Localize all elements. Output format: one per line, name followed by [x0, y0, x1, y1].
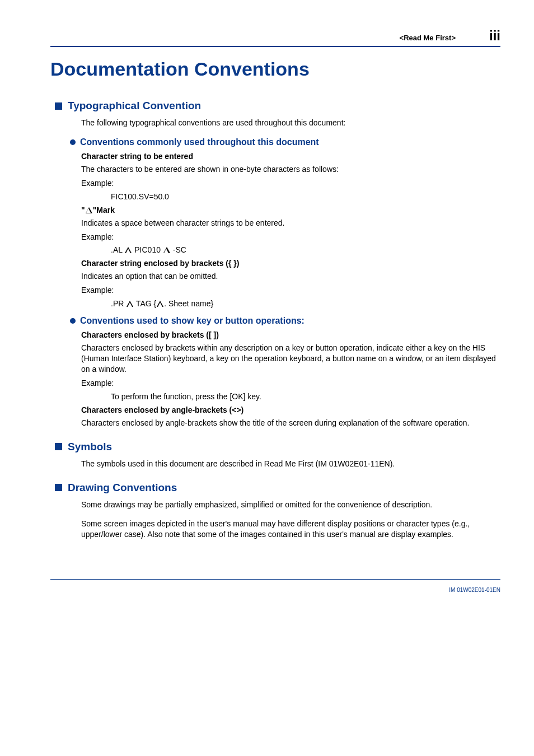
body-text: Some drawings may be partially emphasize…: [81, 500, 500, 510]
circle-bullet-icon: [70, 318, 76, 324]
section-heading: Typographical Convention: [68, 100, 201, 112]
body-text: The characters to be entered are shown i…: [81, 164, 500, 175]
example-label: Example:: [81, 232, 500, 242]
code-example: .PR TAG {. Sheet name}: [111, 299, 500, 308]
body-text: Some screen images depicted in the user'…: [81, 519, 500, 540]
subsection-common-conventions: Conventions commonly used throughout thi…: [70, 137, 500, 147]
triangle-icon: [163, 247, 170, 253]
triangle-icon: [86, 207, 92, 213]
document-id: IM 01W02E01-01EN: [449, 587, 500, 593]
square-bullet-icon: [55, 443, 62, 450]
example-label: Example:: [81, 285, 500, 296]
body-text: Indicates an option that can be omitted.: [81, 271, 500, 282]
square-bullet-icon: [55, 484, 62, 491]
subsection-heading: Conventions used to show key or button o…: [80, 316, 305, 326]
page-header: <Read Me First> iii: [50, 28, 500, 47]
subsection-heading: Conventions commonly used throughout thi…: [80, 137, 319, 147]
block-heading: Characters enclosed by angle-brackets (<…: [81, 405, 500, 414]
block-heading: Character string enclosed by brackets ({…: [81, 259, 500, 268]
section-symbols: Symbols: [55, 441, 500, 453]
body-text: Characters enclosed by brackets within a…: [81, 343, 500, 375]
quote-pre: ": [81, 206, 85, 214]
section-heading: Symbols: [68, 441, 112, 453]
section-typographical: Typographical Convention: [55, 100, 500, 112]
subsection-key-button: Conventions used to show key or button o…: [70, 316, 500, 326]
code-example: To perform the function, press the [OK] …: [111, 392, 500, 401]
code-example: .AL PIC010 -SC: [111, 245, 500, 254]
section-heading: Drawing Conventions: [68, 482, 177, 494]
square-bullet-icon: [55, 102, 62, 110]
code-text: .AL: [111, 245, 124, 254]
code-example: FIC100.SV=50.0: [111, 192, 500, 201]
triangle-icon: [125, 247, 132, 253]
body-text: The symbols used in this document are de…: [81, 459, 500, 469]
code-text: .PR: [111, 299, 126, 308]
section-intro: The following typographical conventions …: [81, 118, 500, 128]
header-read-me-first: <Read Me First>: [400, 34, 456, 42]
page-footer: IM 01W02E01-01EN: [50, 579, 500, 594]
code-text: TAG {: [134, 299, 156, 308]
code-text: . Sheet name}: [164, 299, 213, 308]
circle-bullet-icon: [70, 139, 76, 145]
triangle-icon: [157, 301, 163, 307]
code-text: PIC010: [132, 245, 162, 254]
block-heading: Character string to be entered: [81, 152, 500, 161]
quote-post: "Mark: [93, 206, 115, 214]
body-text: Characters enclosed by angle-brackets sh…: [81, 418, 500, 428]
section-drawing: Drawing Conventions: [55, 482, 500, 494]
page-title: Documentation Conventions: [50, 58, 500, 80]
code-text: -SC: [171, 245, 186, 254]
triangle-icon: [127, 301, 133, 307]
page-number: iii: [489, 28, 500, 44]
example-label: Example:: [81, 178, 500, 189]
example-label: Example:: [81, 378, 500, 389]
block-heading: Characters enclosed by brackets ([ ]): [81, 330, 500, 339]
body-text: Indicates a space between character stri…: [81, 218, 500, 228]
block-heading-mark: ""Mark: [81, 206, 500, 214]
